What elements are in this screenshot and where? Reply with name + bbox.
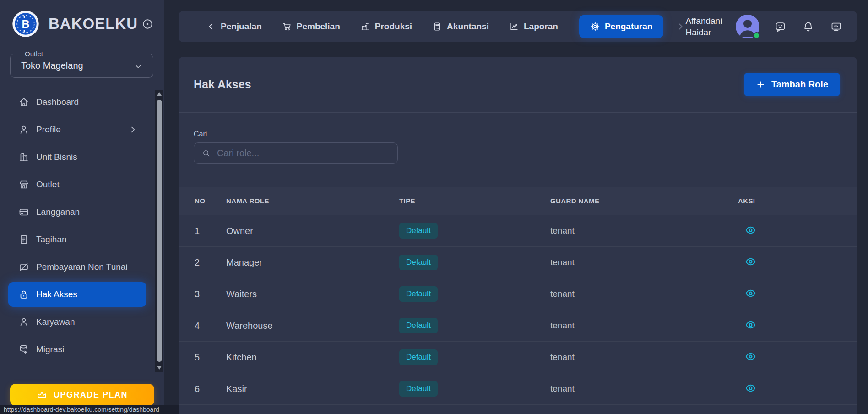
sidebar-item-unit-bisnis[interactable]: Unit Bisnis: [8, 145, 146, 169]
sidebar-item-label: Tagihan: [36, 234, 67, 245]
sidebar-item-label: Profile: [36, 125, 61, 135]
column-header-nama-role: NAMA ROLE: [226, 197, 399, 205]
nav-item-pembelian[interactable]: Pembelian: [282, 22, 340, 32]
lock-icon: [18, 289, 29, 300]
sidebar-item-pembayaran-non-tunai[interactable]: Pembayaran Non Tunai: [8, 255, 146, 279]
nav-item-penjualan[interactable]: Penjualan: [206, 22, 262, 32]
cell-nama-role: Warehouse: [226, 321, 399, 331]
outlet-select-label: Outlet: [22, 50, 46, 58]
sidebar-item-label: Migrasi: [36, 344, 64, 354]
scrollbar-thumb[interactable]: [157, 100, 162, 362]
column-header-no: NO: [195, 197, 226, 205]
nav-item-produksi[interactable]: Produksi: [360, 22, 412, 32]
sidebar-item-hak-akses[interactable]: Hak Akses: [8, 282, 146, 307]
sidebar-item-karyawan[interactable]: Karyawan: [8, 310, 146, 334]
eye-icon: [744, 319, 757, 331]
nav-item-laporan[interactable]: Laporan: [509, 22, 558, 32]
tipe-badge: Default: [399, 381, 438, 397]
view-role-button[interactable]: [743, 349, 758, 364]
view-role-button[interactable]: [743, 223, 758, 237]
sidebar-menu: Dashboard Profile Unit Bisnis: [0, 90, 164, 365]
nav-item-pengaturan[interactable]: Pengaturan: [579, 15, 664, 38]
eye-icon: [744, 287, 757, 300]
scroll-up-arrow-icon[interactable]: [157, 92, 162, 96]
chart-icon: [509, 22, 519, 32]
tambah-role-label: Tambah Role: [771, 79, 828, 90]
sidebar-item-profile[interactable]: Profile: [8, 117, 146, 142]
cell-nama-role: Waiters: [226, 289, 399, 300]
cell-nama-role: Manager: [226, 257, 399, 268]
page-title: Hak Akses: [194, 78, 251, 91]
user-avatar[interactable]: [736, 15, 760, 38]
column-header-guard-name: GUARD NAME: [550, 197, 738, 205]
invoice-icon: [18, 234, 29, 245]
user-icon: [18, 316, 29, 327]
gear-icon: [590, 22, 600, 32]
roles-table: NO NAMA ROLE TIPE GUARD NAME AKSI 1 Owne…: [179, 187, 857, 405]
cart-icon: [282, 22, 292, 32]
bell-icon: [802, 21, 814, 33]
search-input[interactable]: [217, 148, 390, 158]
nav-item-label: Akuntansi: [447, 22, 489, 32]
sidebar-header: B BAKOELKU: [0, 0, 164, 38]
view-role-button[interactable]: [743, 318, 758, 332]
eye-icon: [744, 382, 757, 394]
nav-item-label: Pengaturan: [605, 22, 653, 32]
user-name[interactable]: Affandani Haidar: [685, 15, 722, 38]
top-navigation-bar: Penjualan Pembelian Produksi Akuntansi: [179, 11, 857, 42]
main-content-panel: Hak Akses Tambah Role Cari NO NAMA ROLE …: [179, 57, 857, 414]
display-mode-button[interactable]: [829, 20, 843, 34]
sidebar-item-langganan[interactable]: Langganan: [8, 200, 146, 224]
feedback-button[interactable]: [773, 20, 787, 34]
search-section: Cari: [194, 130, 857, 164]
cell-no: 1: [195, 226, 226, 236]
sidebar-item-label: Outlet: [36, 180, 60, 190]
sidebar-scrollbar[interactable]: [155, 90, 163, 372]
panel-header: Hak Akses Tambah Role: [179, 57, 857, 113]
view-role-button[interactable]: [743, 255, 758, 269]
outlet-select[interactable]: Outlet Toko Magelang: [10, 54, 153, 78]
view-role-button[interactable]: [743, 381, 758, 395]
sidebar-item-tagihan[interactable]: Tagihan: [8, 227, 146, 252]
crown-icon: [37, 390, 47, 400]
nav-item-akuntansi[interactable]: Akuntansi: [432, 22, 489, 32]
tambah-role-button[interactable]: Tambah Role: [744, 73, 840, 96]
sidebar-collapse-button[interactable]: [141, 17, 155, 31]
cell-guard-name: tenant: [550, 289, 738, 299]
upgrade-plan-button[interactable]: UPGRADE PLAN: [10, 384, 154, 406]
tipe-badge: Default: [399, 349, 438, 365]
sidebar-item-migrasi[interactable]: Migrasi: [8, 337, 146, 362]
top-nav-right: Affandani Haidar: [685, 15, 843, 38]
notifications-button[interactable]: [801, 20, 815, 34]
cell-nama-role: Kasir: [226, 384, 399, 394]
cell-no: 3: [195, 289, 226, 300]
cell-guard-name: tenant: [550, 257, 738, 267]
table-header-row: NO NAMA ROLE TIPE GUARD NAME AKSI: [179, 187, 857, 215]
table-row: 5 Kitchen Default tenant: [179, 342, 857, 373]
top-nav-items: Penjualan Pembelian Produksi Akuntansi: [206, 15, 663, 38]
view-role-button[interactable]: [743, 286, 758, 300]
scroll-down-arrow-icon[interactable]: [157, 366, 162, 370]
sidebar-item-label: Langganan: [36, 207, 80, 217]
nav-item-label: Laporan: [524, 22, 558, 32]
building-icon: [18, 152, 29, 163]
sidebar-item-outlet[interactable]: Outlet: [8, 172, 146, 197]
brand-name: BAKOELKU: [49, 15, 141, 33]
sidebar-item-label: Unit Bisnis: [36, 152, 77, 162]
sidebar-item-label: Dashboard: [36, 97, 79, 107]
cell-no: 5: [195, 352, 226, 363]
table-row: 6 Kasir Default tenant: [179, 373, 857, 405]
chat-smiley-icon: [774, 21, 787, 33]
nav-item-label: Penjualan: [221, 22, 262, 32]
table-row: 4 Warehouse Default tenant: [179, 310, 857, 342]
table-row: 2 Manager Default tenant: [179, 247, 857, 278]
tipe-badge: Default: [399, 255, 438, 270]
browser-status-url: https://dashboard-dev.bakoelku.com/setti…: [0, 405, 179, 414]
column-header-tipe: TIPE: [399, 197, 550, 205]
chevron-right-icon: [128, 125, 137, 134]
column-header-aksi: AKSI: [738, 197, 857, 205]
store-icon: [18, 179, 29, 190]
sidebar-item-dashboard[interactable]: Dashboard: [8, 90, 146, 114]
cell-nama-role: Owner: [226, 226, 399, 236]
cell-guard-name: tenant: [550, 321, 738, 331]
